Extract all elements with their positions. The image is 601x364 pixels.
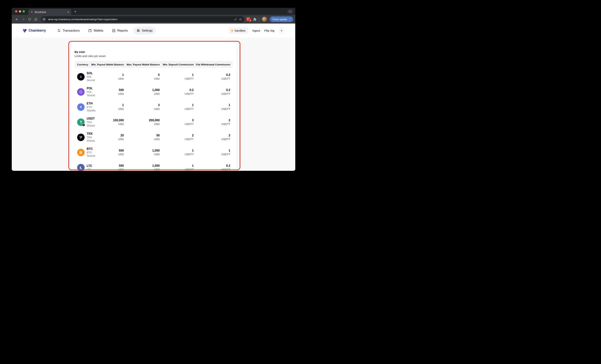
coin-cell: POLPOLTestnet — [77, 87, 95, 97]
cell-value: 200,000 — [124, 119, 160, 122]
back-icon[interactable] — [14, 16, 20, 22]
main-nav: TransactionsWalletsReportsSettings — [54, 27, 156, 35]
maximize-window-button[interactable] — [23, 10, 25, 12]
value-cell: 1USD — [94, 103, 124, 111]
value-cell: 1,000USD — [124, 88, 160, 95]
new-tab-button[interactable]: + — [74, 10, 76, 13]
cell-unit: USDTT — [160, 122, 194, 126]
browser-profile-avatar[interactable] — [262, 17, 267, 22]
extensions-puzzle-icon[interactable] — [253, 18, 257, 21]
cell-value: 1,000 — [124, 88, 160, 92]
cell-value: 3 — [160, 119, 194, 122]
coin-cell: SOLSOLDevnet — [77, 71, 95, 82]
nav-item-transactions[interactable]: Transactions — [54, 27, 83, 35]
cell-value: 0.2 — [194, 73, 230, 77]
tab-search-chevron-icon[interactable] — [288, 10, 293, 13]
cell-unit: USD — [94, 107, 124, 111]
minimize-window-button[interactable] — [19, 10, 21, 12]
coin-row-ltc: ŁLTCLTC500USD1,000USD1USDTT0.2USDTT — [75, 160, 233, 171]
finish-update-button[interactable]: Finish update ⋮ — [270, 16, 293, 22]
cell-unit: USDTT — [194, 107, 230, 111]
logout-link[interactable]: logout — [252, 29, 260, 32]
cell-value: 500 — [94, 149, 124, 152]
cell-unit: USD — [94, 153, 124, 156]
coin-row-btc: BBTCBTCTestnet500USD1,000USD1USDTT1USDTT — [75, 145, 233, 160]
cell-unit: USDTT — [194, 153, 230, 156]
coin-network: SOL — [87, 75, 95, 79]
coin-table-rows: SOLSOLDevnet1USD5USD1USDTT0.2USDTTPOLPOL… — [75, 69, 233, 171]
card-subtitle: Limits and rules per asset. — [71, 55, 237, 58]
nav-label: Wallets — [94, 29, 103, 32]
cell-unit: USDTT — [194, 92, 230, 95]
user-avatar[interactable]: S — [279, 28, 284, 34]
nav-label: Settings — [142, 29, 153, 32]
cell-unit: USD — [94, 92, 124, 95]
coin-meta: USDTTRXShasta — [87, 117, 95, 127]
column-header: Min. Payout Wallet Balance — [94, 63, 124, 66]
value-cell: 1USDTT — [194, 103, 230, 111]
tab-close-icon[interactable]: × — [67, 11, 69, 13]
home-icon[interactable] — [33, 16, 39, 22]
extension-badge: 9 — [249, 19, 251, 22]
site-settings-icon[interactable] — [42, 17, 46, 22]
extension-icon[interactable]: 9 — [247, 17, 250, 21]
user-name: Filip Stg — [264, 29, 274, 32]
coin-network: Devnet — [87, 79, 95, 82]
cell-value: 50 — [124, 134, 160, 137]
cell-value: 2 — [194, 119, 230, 122]
value-cell: 100,000USD — [94, 119, 124, 126]
toolbar-divider — [259, 17, 260, 21]
value-cell: 2USDTT — [194, 134, 230, 141]
cell-value: 1 — [160, 149, 194, 152]
cell-unit: USD — [94, 122, 124, 126]
browser-menu-icon[interactable]: ⋮ — [289, 18, 291, 21]
chainberry-logo[interactable]: Chainberry — [22, 28, 46, 33]
browser-tab[interactable]: BerryDesk × — [28, 9, 71, 15]
brand-name: Chainberry — [29, 29, 46, 32]
card-title: By coin — [71, 50, 237, 54]
coin-symbol: TRX — [87, 132, 95, 135]
page-content: By coin Limits and rules per asset. Curr… — [12, 38, 295, 171]
value-cell: 1USDTT — [160, 164, 194, 171]
nav-item-wallets[interactable]: Wallets — [85, 27, 106, 35]
forward-icon[interactable] — [20, 16, 26, 22]
coin-cell: BBTCBTCTestnet — [77, 147, 95, 158]
coin-network: LTC — [87, 168, 92, 171]
cell-value: 100,000 — [94, 119, 124, 122]
url-text[interactable]: desk-stg.chainberry.com/dashboard/settin… — [48, 18, 118, 21]
address-bar[interactable]: desk-stg.chainberry.com/dashboard/settin… — [41, 16, 244, 22]
coin-row-trx: TRXTRXShasta20USD50USD2USDTT2USDTT — [75, 130, 233, 145]
nav-label: Transactions — [63, 29, 80, 32]
reload-icon[interactable] — [27, 16, 32, 22]
cell-value: 1 — [94, 73, 124, 77]
value-cell: 1,000USD — [124, 149, 160, 156]
value-cell: 500USD — [94, 164, 124, 171]
column-header: Min. Deposit Commission — [160, 63, 194, 66]
by-coin-card: By coin Limits and rules per asset. Curr… — [70, 43, 237, 171]
app-header: Chainberry TransactionsWalletsReportsSet… — [12, 24, 295, 38]
close-window-button[interactable] — [15, 10, 17, 12]
cell-value: 2 — [160, 134, 194, 137]
cell-value: 500 — [94, 164, 124, 167]
value-cell: 50USD — [124, 134, 160, 141]
value-cell: 2USDTT — [160, 134, 194, 141]
bookmark-star-icon[interactable] — [239, 18, 242, 21]
trx-network-badge-icon — [82, 123, 85, 127]
cell-unit: USD — [124, 138, 160, 141]
coin-meta: SOLSOLDevnet — [87, 71, 95, 82]
cell-value: 1 — [194, 149, 230, 152]
environment-badge[interactable]: Sandbox — [229, 27, 248, 34]
cell-value: 500 — [94, 88, 124, 92]
value-cell: 500USD — [94, 149, 124, 156]
coin-row-eth: ETHETHSepolia1USD3USD1USDTT1USDTT — [75, 99, 233, 115]
tab-title: BerryDesk — [35, 11, 65, 13]
value-cell: 1USDTT — [160, 149, 194, 156]
coin-network: Shasta — [87, 139, 95, 142]
nav-item-settings[interactable]: Settings — [133, 27, 156, 35]
value-cell: 0.2USDTT — [194, 88, 230, 95]
coin-cell: ŁLTCLTC — [77, 164, 92, 171]
nav-item-reports[interactable]: Reports — [109, 27, 131, 35]
header-right: Sandbox logout Filip Stg S — [229, 27, 284, 34]
password-key-icon[interactable] — [234, 18, 237, 21]
value-cell: 20USD — [94, 134, 124, 141]
